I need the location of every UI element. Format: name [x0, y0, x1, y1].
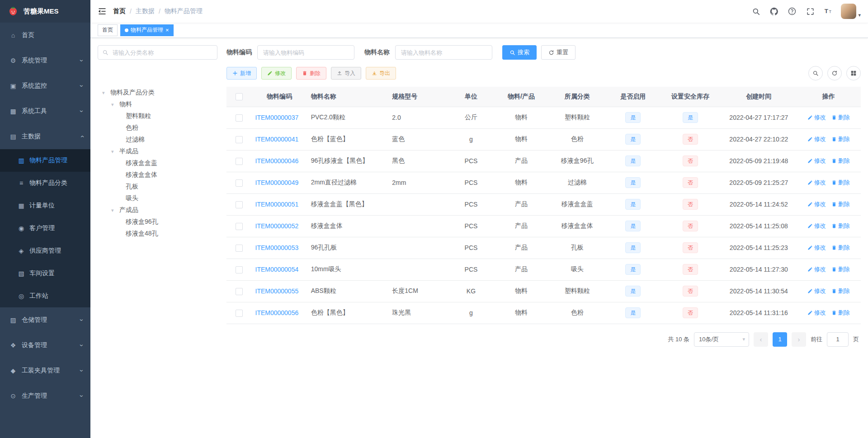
page-number-button[interactable]: 1 [773, 332, 787, 347]
row-checkbox[interactable] [236, 201, 243, 208]
github-icon[interactable] [769, 6, 779, 17]
import-button[interactable]: 导入 [331, 67, 361, 80]
row-edit-link[interactable]: 修改 [807, 265, 826, 273]
next-page-button[interactable]: › [792, 332, 806, 347]
row-edit-link[interactable]: 修改 [807, 244, 826, 252]
goto-page-input[interactable] [827, 332, 849, 347]
sidebar-item-measure-unit[interactable]: ▦计量单位 [0, 194, 90, 217]
page-size-select[interactable]: 10条/页 ▾ [694, 332, 749, 347]
sidebar-item-system-tools[interactable]: ▩系统工具› [0, 99, 90, 124]
row-checkbox[interactable] [236, 136, 243, 143]
row-edit-link[interactable]: 修改 [807, 287, 826, 295]
row-delete-link[interactable]: 删除 [831, 113, 850, 122]
tab-item[interactable]: 首页 [98, 24, 118, 36]
tree-node[interactable]: 移液盒96孔 [98, 216, 217, 228]
row-checkbox[interactable] [236, 179, 243, 187]
row-checkbox[interactable] [236, 288, 243, 295]
toggle-search-button[interactable] [808, 66, 823, 80]
tree-node[interactable]: 过滤棉 [98, 134, 217, 146]
font-size-icon[interactable]: TT [823, 6, 834, 17]
tree-expand-icon[interactable]: ▾ [102, 90, 110, 96]
row-delete-link[interactable]: 删除 [831, 287, 850, 295]
tree-node[interactable]: 移液盒盒体 [98, 169, 217, 181]
tree-node[interactable]: 孔板 [98, 181, 217, 193]
sidebar-item-material-product-management[interactable]: ▥物料产品管理 [0, 149, 90, 172]
tree-expand-icon[interactable]: ▾ [111, 149, 119, 155]
delete-button[interactable]: 删除 [296, 67, 326, 80]
category-search-input[interactable] [98, 45, 217, 60]
row-delete-link[interactable]: 删除 [831, 157, 850, 165]
refresh-button[interactable] [827, 66, 842, 80]
tree-node[interactable]: 移液盒盒盖 [98, 157, 217, 169]
item-code-link[interactable]: ITEM00000055 [255, 287, 299, 295]
item-code-link[interactable]: ITEM00000037 [255, 114, 299, 121]
avatar[interactable] [841, 4, 856, 19]
fullscreen-icon[interactable] [805, 6, 816, 17]
sidebar-item-equipment-management[interactable]: ❖设备管理› [0, 333, 90, 358]
sidebar-item-workstation[interactable]: ◎工作站 [0, 285, 90, 307]
sidebar-item-fixture-management[interactable]: ◆工装夹具管理› [0, 358, 90, 383]
row-checkbox[interactable] [236, 223, 243, 230]
sidebar-toggle-icon[interactable] [98, 7, 107, 16]
sidebar-item-workshop-settings[interactable]: ▧车间设置 [0, 262, 90, 285]
search-icon[interactable] [750, 6, 761, 17]
reset-button[interactable]: 重置 [541, 45, 576, 60]
row-edit-link[interactable]: 修改 [807, 309, 826, 317]
edit-button[interactable]: 修改 [261, 67, 292, 80]
row-checkbox[interactable] [236, 310, 243, 317]
search-button[interactable]: 搜索 [502, 45, 537, 60]
code-filter-input[interactable] [257, 45, 354, 60]
sidebar-item-system-monitor[interactable]: ▣系统监控› [0, 73, 90, 99]
tree-node[interactable]: ▾物料 [98, 99, 217, 110]
tree-node[interactable]: 移液盒48孔 [98, 228, 217, 240]
tab-item[interactable]: 物料产品管理× [120, 24, 174, 36]
item-code-link[interactable]: ITEM00000052 [255, 222, 299, 230]
close-tab-icon[interactable]: × [165, 27, 169, 33]
row-edit-link[interactable]: 修改 [807, 157, 826, 165]
tree-node[interactable]: 塑料颗粒 [98, 110, 217, 122]
user-menu[interactable]: ▾ [841, 4, 861, 19]
sidebar-item-warehouse-management[interactable]: ▨仓储管理› [0, 307, 90, 333]
name-filter-input[interactable] [395, 45, 492, 60]
row-edit-link[interactable]: 修改 [807, 179, 826, 187]
row-edit-link[interactable]: 修改 [807, 113, 826, 122]
help-icon[interactable] [787, 6, 797, 17]
row-delete-link[interactable]: 删除 [831, 222, 850, 230]
row-delete-link[interactable]: 删除 [831, 309, 850, 317]
sidebar-item-production-management[interactable]: ⊙生产管理› [0, 383, 90, 409]
sidebar-item-material-product-category[interactable]: ≡物料产品分类 [0, 172, 90, 194]
tree-node[interactable]: 色粉 [98, 122, 217, 134]
item-code-link[interactable]: ITEM00000051 [255, 201, 299, 208]
row-checkbox[interactable] [236, 266, 243, 273]
sidebar-item-customer-management[interactable]: ◉客户管理 [0, 217, 90, 240]
item-code-link[interactable]: ITEM00000054 [255, 266, 299, 273]
sidebar-item-master-data[interactable]: ▤主数据› [0, 124, 90, 149]
tree-node[interactable]: 吸头 [98, 193, 217, 204]
item-code-link[interactable]: ITEM00000049 [255, 179, 299, 186]
row-checkbox[interactable] [236, 245, 243, 252]
row-delete-link[interactable]: 删除 [831, 244, 850, 252]
row-delete-link[interactable]: 删除 [831, 200, 850, 208]
sidebar-item-home[interactable]: ⌂首页 [0, 23, 90, 48]
tree-node[interactable]: ▾物料及产品分类 [98, 87, 217, 99]
row-delete-link[interactable]: 删除 [831, 265, 850, 273]
tree-expand-icon[interactable]: ▾ [111, 102, 119, 108]
row-checkbox[interactable] [236, 158, 243, 165]
export-button[interactable]: 导出 [366, 67, 396, 80]
sidebar-item-supplier-management[interactable]: ◈供应商管理 [0, 240, 90, 262]
row-delete-link[interactable]: 删除 [831, 179, 850, 187]
item-code-link[interactable]: ITEM00000053 [255, 244, 299, 251]
row-checkbox[interactable] [236, 114, 243, 122]
row-edit-link[interactable]: 修改 [807, 135, 826, 143]
tree-node[interactable]: ▾产成品 [98, 204, 217, 216]
breadcrumb-item[interactable]: 主数据 [136, 7, 155, 15]
column-settings-button[interactable] [846, 66, 861, 80]
sidebar-item-system-management[interactable]: ⚙系统管理› [0, 48, 90, 73]
row-edit-link[interactable]: 修改 [807, 222, 826, 230]
breadcrumb-item[interactable]: 首页 [113, 7, 126, 15]
row-delete-link[interactable]: 删除 [831, 135, 850, 143]
item-code-link[interactable]: ITEM00000041 [255, 136, 299, 143]
tree-node[interactable]: ▾半成品 [98, 146, 217, 157]
tree-expand-icon[interactable]: ▾ [111, 207, 119, 213]
row-edit-link[interactable]: 修改 [807, 200, 826, 208]
